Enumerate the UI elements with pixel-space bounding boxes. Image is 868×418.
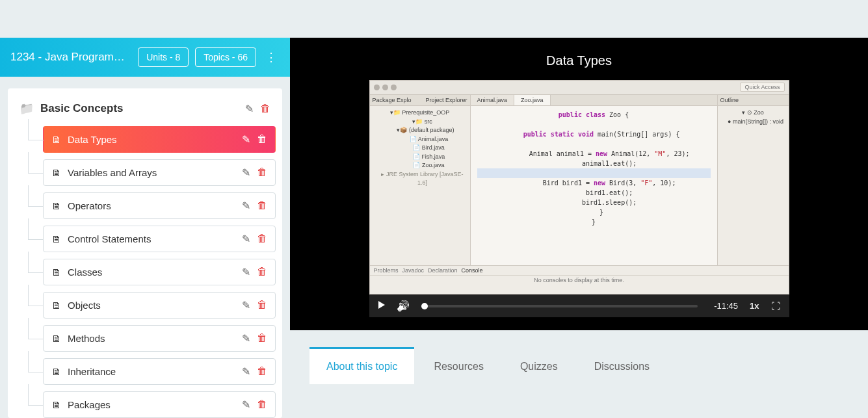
content-panel: Data Types Quick Access Package ExploPro… xyxy=(290,38,868,418)
topic-row[interactable]: Control Statements xyxy=(43,226,276,252)
unit-label: Basic Concepts xyxy=(40,102,245,115)
file-icon xyxy=(51,134,61,145)
edit-icon[interactable] xyxy=(245,103,254,115)
editor-tab: Animal.java xyxy=(471,95,515,105)
video-title: Data Types xyxy=(290,53,868,68)
topic-label: Variables and Arrays xyxy=(68,167,242,178)
project-tab: Project Explorer xyxy=(425,97,467,103)
kebab-menu-icon[interactable] xyxy=(263,50,280,64)
edit-icon[interactable] xyxy=(242,332,250,345)
file-icon xyxy=(51,267,61,278)
quick-access: Quick Access xyxy=(740,83,784,92)
delete-icon[interactable] xyxy=(257,365,267,378)
detail-tab[interactable]: Quizzes xyxy=(503,347,575,384)
video-controls: -11:45 1x xyxy=(369,294,789,317)
delete-icon[interactable] xyxy=(257,133,267,146)
delete-icon[interactable] xyxy=(257,200,267,212)
detail-tab[interactable]: About this topic xyxy=(309,347,414,384)
sidebar-body: Basic Concepts Data TypesVariables and A… xyxy=(8,88,282,418)
topic-label: Control Statements xyxy=(68,233,242,244)
fullscreen-icon[interactable] xyxy=(771,301,780,311)
progress-track[interactable] xyxy=(421,305,698,307)
topic-row[interactable]: Methods xyxy=(43,325,276,352)
topic-row[interactable]: Operators xyxy=(43,192,276,219)
file-icon xyxy=(51,233,61,244)
delete-icon[interactable] xyxy=(257,166,267,179)
edit-icon[interactable] xyxy=(242,133,250,146)
topic-label: Objects xyxy=(68,300,242,311)
code-area: public class Zoo { public static void ma… xyxy=(471,106,717,265)
delete-icon[interactable] xyxy=(260,103,270,115)
topic-row[interactable]: Variables and Arrays xyxy=(43,159,276,186)
file-icon xyxy=(51,167,61,178)
file-icon xyxy=(51,200,61,211)
folder-icon xyxy=(20,101,34,116)
file-tree: ▾📁 Prerequisite_OOP ▾📁 src ▾📦 (default p… xyxy=(370,106,470,190)
file-icon xyxy=(51,333,61,344)
ide-explorer: Package ExploProject Explorer ▾📁 Prerequ… xyxy=(370,95,471,265)
detail-tabs: About this topicResourcesQuizzesDiscussi… xyxy=(290,330,868,384)
delete-icon[interactable] xyxy=(257,332,267,345)
topic-label: Data Types xyxy=(68,134,242,145)
ide-editor: Animal.java Zoo.java public class Zoo { … xyxy=(471,95,717,265)
sidebar: 1234 - Java Programmi... Units - 8 Topic… xyxy=(0,38,290,418)
edit-icon[interactable] xyxy=(242,166,250,179)
detail-tab[interactable]: Discussions xyxy=(577,347,666,384)
explorer-tab: Package Explo xyxy=(373,97,412,103)
delete-icon[interactable] xyxy=(257,398,267,411)
unit-row[interactable]: Basic Concepts xyxy=(14,95,276,122)
file-icon xyxy=(51,366,61,377)
topic-label: Operators xyxy=(68,200,242,211)
time-remaining: -11:45 xyxy=(709,301,738,311)
topics-pill[interactable]: Topics - 66 xyxy=(195,47,256,67)
topic-row[interactable]: Objects xyxy=(43,292,276,319)
sidebar-header: 1234 - Java Programmi... Units - 8 Topic… xyxy=(0,38,290,77)
topic-label: Classes xyxy=(68,267,242,278)
topics-list: Data TypesVariables and ArraysOperatorsC… xyxy=(14,126,276,418)
detail-tab[interactable]: Resources xyxy=(417,347,500,384)
video-frame: Quick Access Package ExploProject Explor… xyxy=(369,80,789,317)
edit-icon[interactable] xyxy=(242,200,250,212)
volume-icon[interactable] xyxy=(397,300,410,312)
topic-label: Methods xyxy=(68,333,242,344)
topic-row[interactable]: Data Types xyxy=(43,126,276,153)
delete-icon[interactable] xyxy=(257,299,267,311)
topic-label: Inheritance xyxy=(68,366,242,377)
topic-label: Packages xyxy=(68,399,242,410)
course-title: 1234 - Java Programmi... xyxy=(10,51,131,64)
edit-icon[interactable] xyxy=(242,233,250,245)
topic-row[interactable]: Packages xyxy=(43,391,276,418)
ide-console-panel: Problems Javadoc Declaration Console No … xyxy=(370,265,789,294)
ide-screenshot: Quick Access Package ExploProject Explor… xyxy=(369,80,789,294)
edit-icon[interactable] xyxy=(242,398,250,411)
topic-row[interactable]: Classes xyxy=(43,259,276,285)
video-section: Data Types Quick Access Package ExploPro… xyxy=(290,38,868,330)
edit-icon[interactable] xyxy=(242,365,250,378)
edit-icon[interactable] xyxy=(242,299,250,311)
window-controls xyxy=(374,85,397,90)
edit-icon[interactable] xyxy=(242,266,250,278)
ide-toolbar: Quick Access xyxy=(370,81,789,95)
ide-outline: Outline ▾ ⊙ Zoo ● main(String[]) : void xyxy=(717,95,789,265)
editor-tab-active: Zoo.java xyxy=(514,95,551,105)
file-icon xyxy=(51,300,61,311)
delete-icon[interactable] xyxy=(257,233,267,245)
units-pill[interactable]: Units - 8 xyxy=(138,47,189,67)
topic-row[interactable]: Inheritance xyxy=(43,358,276,385)
file-icon xyxy=(51,399,61,410)
playback-speed[interactable]: 1x xyxy=(750,301,759,311)
delete-icon[interactable] xyxy=(257,266,267,278)
play-icon[interactable] xyxy=(378,301,385,311)
